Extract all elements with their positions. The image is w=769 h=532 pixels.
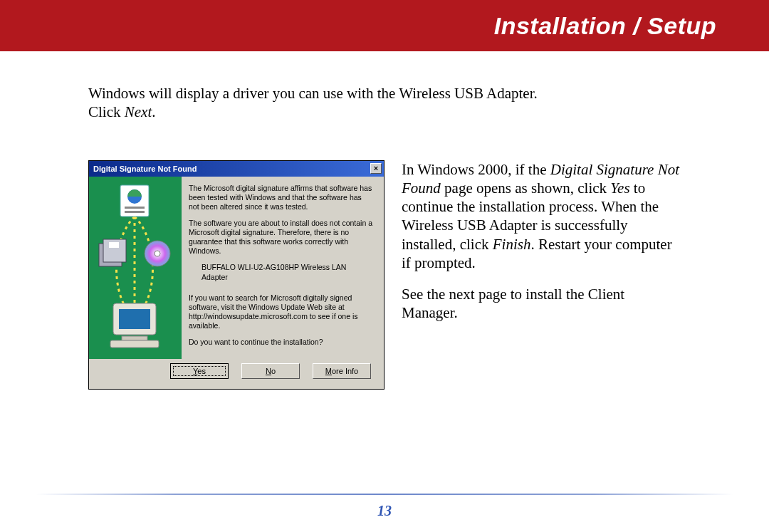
monitor-icon (110, 303, 159, 348)
no-rest: o (271, 367, 276, 375)
footer-rule (36, 494, 733, 495)
intro-line1: Windows will display a driver you can us… (88, 85, 538, 102)
page-title: Installation / Setup (494, 12, 716, 40)
dialog-p1: The Microsoft digital signature affirms … (189, 184, 374, 212)
dialog-illustration (89, 177, 182, 359)
no-button[interactable]: No (241, 363, 300, 379)
p1-em3: Finish (493, 236, 531, 253)
svg-point-9 (155, 251, 160, 256)
manual-page: Installation / Setup Windows will displa… (0, 0, 769, 532)
intro-line2-em: Next (125, 103, 152, 120)
page-body: Windows will display a driver you can us… (0, 51, 769, 390)
dialog-p3: If you want to search for Microsoft digi… (189, 293, 374, 331)
more-underline: M (325, 367, 332, 375)
p1a: In Windows 2000, if the (402, 161, 550, 178)
dialog-body: The Microsoft digital signature affirms … (89, 177, 384, 359)
document-icon (120, 185, 149, 217)
svg-rect-12 (122, 336, 147, 340)
two-column-area: Digital Signature Not Found × (88, 160, 681, 390)
intro-line2-pre: Click (88, 103, 125, 120)
p1b: page opens as shown, click (441, 179, 611, 197)
dialog-text: The Microsoft digital signature affirms … (182, 177, 384, 359)
header-band: Installation / Setup (0, 0, 769, 51)
dialog-close-button[interactable]: × (370, 163, 382, 174)
svg-rect-13 (110, 340, 159, 348)
more-info-button[interactable]: More Info (313, 363, 371, 379)
dialog-titlebar: Digital Signature Not Found × (89, 161, 384, 177)
no-underline: N (266, 367, 271, 375)
cd-icon (145, 241, 170, 266)
sidebar-illustration-svg (89, 177, 182, 359)
dialog-p4: Do you want to continue the installation… (189, 338, 374, 347)
svg-rect-3 (125, 207, 145, 209)
dialog-device-name: BUFFALO WLI-U2-AG108HP Wireless LAN Adap… (189, 263, 374, 281)
yes-rest: es (197, 367, 206, 375)
svg-rect-4 (125, 211, 145, 213)
dialog-title: Digital Signature Not Found (93, 165, 197, 173)
floppy-icon (99, 239, 126, 266)
yes-button[interactable]: Yes (170, 363, 229, 379)
svg-rect-7 (109, 242, 119, 248)
svg-rect-11 (119, 309, 150, 329)
dialog-p2: The software you are about to install do… (189, 219, 374, 256)
p1-em2: Yes (610, 179, 629, 197)
explain-p1: In Windows 2000, if the Digital Signatur… (402, 160, 681, 273)
more-rest: ore Info (332, 367, 358, 375)
intro-text: Windows will display a driver you can us… (88, 84, 681, 122)
intro-line2-post: . (152, 103, 155, 120)
explanation-column: In Windows 2000, if the Digital Signatur… (402, 160, 681, 323)
dialog-button-row: Yes No More Info (89, 359, 384, 389)
explain-p2: See the next page to install the Client … (402, 285, 681, 323)
digital-signature-dialog: Digital Signature Not Found × (88, 160, 384, 390)
page-number: 13 (0, 503, 769, 519)
